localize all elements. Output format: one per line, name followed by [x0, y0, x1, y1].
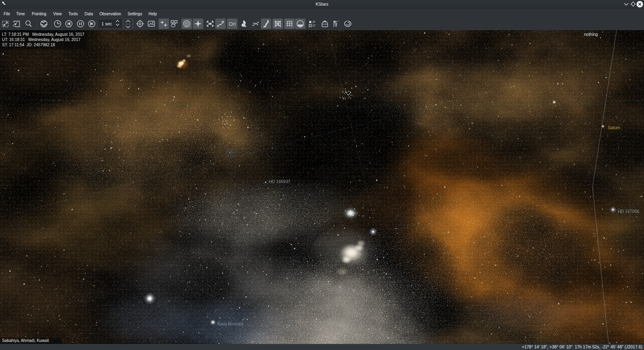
svg-text:Ori: Ori [229, 21, 235, 27]
